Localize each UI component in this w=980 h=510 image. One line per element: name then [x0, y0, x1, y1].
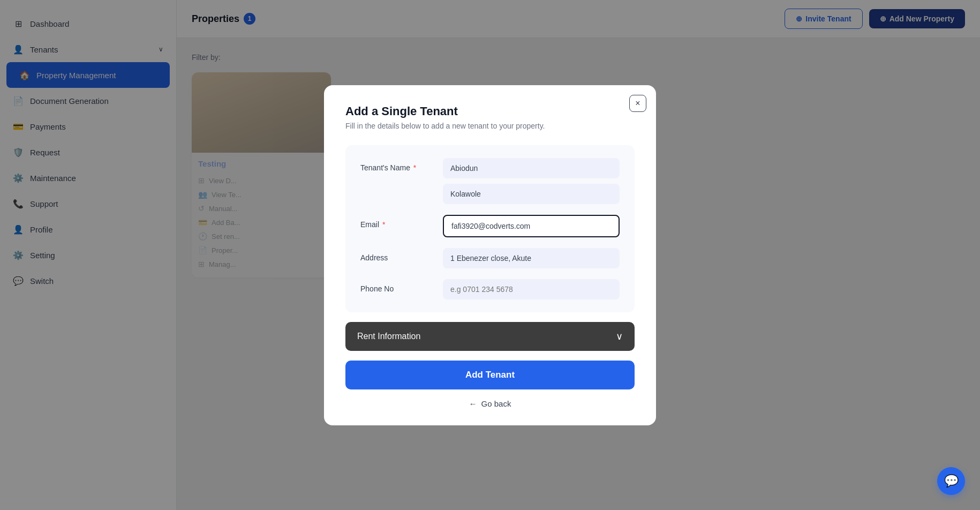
add-tenant-button[interactable]: Add Tenant	[345, 361, 635, 389]
modal-title: Add a Single Tenant	[345, 104, 635, 118]
address-label: Address	[360, 248, 430, 262]
modal-overlay[interactable]: × Add a Single Tenant Fill in the detail…	[0, 0, 980, 510]
phone-inputs	[443, 279, 620, 299]
close-icon: ×	[635, 99, 640, 108]
rent-chevron-icon: ∨	[616, 331, 623, 342]
email-row: Email *	[360, 215, 620, 237]
go-back-label: Go back	[481, 399, 511, 408]
chat-support-button[interactable]: 💬	[937, 467, 965, 495]
address-input[interactable]	[443, 248, 620, 268]
email-label: Email *	[360, 215, 430, 229]
tenant-form-section: Tenant's Name * Email *	[345, 145, 635, 312]
tenant-name-inputs	[443, 158, 620, 204]
required-asterisk: *	[382, 220, 385, 229]
required-asterisk: *	[413, 163, 416, 172]
modal-close-button[interactable]: ×	[629, 95, 646, 112]
email-inputs	[443, 215, 620, 237]
add-tenant-label: Add Tenant	[465, 370, 515, 380]
last-name-input[interactable]	[443, 184, 620, 204]
email-input[interactable]	[443, 215, 620, 237]
back-arrow-icon: ←	[469, 399, 477, 408]
address-inputs	[443, 248, 620, 268]
tenant-name-row: Tenant's Name *	[360, 158, 620, 204]
rent-information-section[interactable]: Rent Information ∨	[345, 322, 635, 351]
first-name-input[interactable]	[443, 158, 620, 178]
tenant-name-label: Tenant's Name *	[360, 158, 430, 172]
add-tenant-modal: × Add a Single Tenant Fill in the detail…	[324, 85, 656, 425]
rent-information-label: Rent Information	[357, 332, 420, 341]
phone-input[interactable]	[443, 279, 620, 299]
address-row: Address	[360, 248, 620, 268]
go-back-button[interactable]: ← Go back	[345, 399, 635, 408]
modal-subtitle: Fill in the details below to add a new t…	[345, 122, 635, 130]
phone-label: Phone No	[360, 279, 430, 293]
phone-row: Phone No	[360, 279, 620, 299]
chat-icon: 💬	[944, 474, 959, 488]
